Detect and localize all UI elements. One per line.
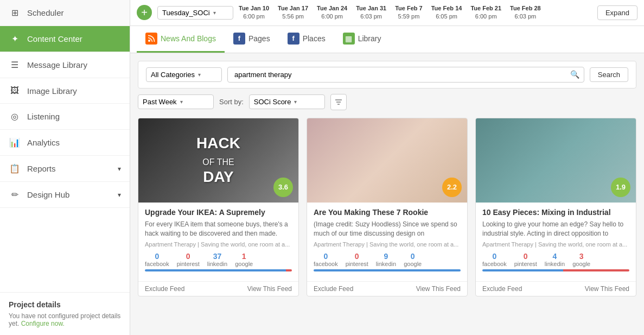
card-1-view-link[interactable]: View This Feed xyxy=(416,285,461,293)
date-slot-5: Tue Feb 14 6:05 pm xyxy=(431,4,462,21)
card-1-source: Apartment Therapy | Saving the world, on… xyxy=(314,241,461,248)
card-0-source: Apartment Therapy | Saving the world, on… xyxy=(145,241,292,248)
project-details: Project details You have not configured … xyxy=(0,292,130,335)
category-arrow-icon: ▾ xyxy=(198,72,201,78)
card-2-view-link[interactable]: View This Feed xyxy=(585,285,629,293)
cards-grid: HACKOF THEDAY 3.6 Upgrade Your IKEA: A S… xyxy=(138,118,636,297)
facebook-pages-icon: f xyxy=(233,33,245,45)
date-slot-7: Tue Feb 28 6:03 pm xyxy=(510,4,541,21)
card-0-progress xyxy=(145,269,292,271)
sidebar-item-content-center[interactable]: ✦ Content Center xyxy=(0,26,130,52)
sidebar-item-design-hub[interactable]: ✏ Design Hub ▾ xyxy=(0,182,130,208)
sidebar-item-listening[interactable]: ◎ Listening xyxy=(0,104,130,130)
card-0-image: HACKOF THEDAY 3.6 xyxy=(138,118,298,203)
tabs-bar: News And Blogs f Pages f Places ▦ Librar… xyxy=(130,26,644,53)
sidebar-item-analytics[interactable]: 📊 Analytics xyxy=(0,130,130,156)
library-icon: ▦ xyxy=(343,33,355,45)
sidebar-item-scheduler[interactable]: ⊞ Scheduler xyxy=(0,0,130,26)
card-1-stat-google: 0 google xyxy=(404,252,422,267)
card-1-stat-facebook: 0 facebook xyxy=(314,252,338,267)
date-slot-4: Tue Feb 7 5:59 pm xyxy=(395,4,423,21)
card-0-stat-google: 1 google xyxy=(235,252,253,267)
date-slot-6: Tue Feb 21 6:00 pm xyxy=(470,4,501,21)
time-range-dropdown[interactable]: Past Week ▾ xyxy=(138,94,214,109)
filter-icon-button[interactable] xyxy=(330,94,347,110)
card-2-desc: Looking to give your home an edge? Say h… xyxy=(482,220,629,238)
date-slot-1: Tue Jan 17 5:56 pm xyxy=(278,4,308,21)
card-2-image: 1.9 xyxy=(476,118,636,203)
sort-bar: Past Week ▾ Sort by: SOCi Score ▾ xyxy=(138,94,636,110)
card-2-stat-linkedin: 4 linkedin xyxy=(545,252,565,267)
search-icon: 🔍 xyxy=(570,70,579,79)
search-box: 🔍 xyxy=(227,67,584,83)
card-0: HACKOF THEDAY 3.6 Upgrade Your IKEA: A S… xyxy=(138,118,299,297)
card-0-desc: For every IKEA item that someone buys, t… xyxy=(145,220,292,238)
card-1-score: 2.2 xyxy=(442,178,462,197)
card-0-view-link[interactable]: View This Feed xyxy=(247,285,292,293)
tab-news-blogs[interactable]: News And Blogs xyxy=(137,26,225,53)
card-2-stat-facebook: 0 facebook xyxy=(482,252,507,267)
card-1-body: Are You Making These 7 Rookie (Image cre… xyxy=(307,203,467,282)
card-0-body: Upgrade Your IKEA: A Supremely For every… xyxy=(138,203,298,282)
sort-dropdown[interactable]: SOCi Score ▾ xyxy=(249,94,325,109)
scheduler-bar: + Tuesday_SOCi ▾ Tue Jan 10 6:00 pm Tue … xyxy=(130,0,644,26)
date-slots: Tue Jan 10 6:00 pm Tue Jan 17 5:56 pm Tu… xyxy=(239,4,592,21)
date-slot-0: Tue Jan 10 6:00 pm xyxy=(239,4,269,21)
tab-pages[interactable]: f Pages xyxy=(225,26,279,53)
card-2-exclude-link[interactable]: Exclude Feed xyxy=(482,285,522,293)
card-2-stat-pinterest: 0 pinterest xyxy=(514,252,537,267)
expand-button[interactable]: Expand xyxy=(597,5,637,20)
category-dropdown[interactable]: All Categories ▾ xyxy=(146,67,222,82)
rss-icon xyxy=(145,33,157,45)
card-2-footer: Exclude Feed View This Feed xyxy=(476,281,636,296)
configure-now-link[interactable]: Configure now. xyxy=(21,320,65,327)
card-0-stat-facebook: 0 facebook xyxy=(145,252,169,267)
search-input[interactable] xyxy=(232,69,570,80)
card-2-stat-google: 3 google xyxy=(572,252,590,267)
project-details-desc: You have not configured project details … xyxy=(9,312,121,327)
card-0-stats: 0 facebook 0 pinterest 37 linkedin 1 xyxy=(145,252,292,267)
card-1-title: Are You Making These 7 Rookie xyxy=(314,208,461,217)
card-0-stat-pinterest: 0 pinterest xyxy=(177,252,200,267)
sidebar-item-image-library[interactable]: 🖼 Image Library xyxy=(0,78,130,104)
card-2-stats: 0 facebook 0 pinterest 4 linkedin 3 xyxy=(482,252,629,267)
scheduler-icon: ⊞ xyxy=(9,8,21,18)
facebook-places-icon: f xyxy=(288,33,299,45)
search-button[interactable]: Search xyxy=(590,67,628,82)
card-2-source: Apartment Therapy | Saving the world, on… xyxy=(482,241,629,248)
card-1-exclude-link[interactable]: Exclude Feed xyxy=(314,285,353,293)
content-area: All Categories ▾ 🔍 Search Past Week ▾ So… xyxy=(130,53,644,335)
card-0-title: Upgrade Your IKEA: A Supremely xyxy=(145,208,292,217)
card-2-title: 10 Easy Pieces: Mixing in Industrial xyxy=(482,208,629,217)
card-0-footer: Exclude Feed View This Feed xyxy=(138,281,298,296)
sidebar-item-message-library[interactable]: ☰ Message Library xyxy=(0,52,130,78)
sidebar-item-reports[interactable]: 📋 Reports ▾ xyxy=(0,156,130,182)
add-post-button[interactable]: + xyxy=(137,5,152,20)
time-range-arrow-icon: ▾ xyxy=(180,99,183,105)
design-hub-icon: ✏ xyxy=(9,189,21,200)
card-2-score: 1.9 xyxy=(611,178,630,197)
sort-by-label: Sort by: xyxy=(219,98,244,106)
svg-point-0 xyxy=(148,40,150,42)
card-1-desc: (Image credit: Suzy Hoodless) Since we s… xyxy=(314,220,461,238)
card-0-score: 3.6 xyxy=(273,178,293,197)
main-content: + Tuesday_SOCi ▾ Tue Jan 10 6:00 pm Tue … xyxy=(130,0,644,335)
sort-arrow-icon: ▾ xyxy=(294,99,297,105)
tab-places[interactable]: f Places xyxy=(279,26,334,53)
sidebar: ⊞ Scheduler ✦ Content Center ☰ Message L… xyxy=(0,0,130,335)
card-1-image: 2.2 xyxy=(307,118,467,203)
card-0-exclude-link[interactable]: Exclude Feed xyxy=(145,285,184,293)
schedule-dropdown[interactable]: Tuesday_SOCi ▾ xyxy=(157,6,233,20)
card-1-stats: 0 facebook 0 pinterest 9 linkedin 0 xyxy=(314,252,461,267)
card-1-stat-pinterest: 0 pinterest xyxy=(346,252,368,267)
dropdown-arrow-icon: ▾ xyxy=(213,10,228,16)
card-2-progress xyxy=(482,269,629,271)
content-center-icon: ✦ xyxy=(9,34,21,44)
analytics-icon: 📊 xyxy=(9,137,21,148)
image-library-icon: 🖼 xyxy=(9,86,21,96)
card-2-body: 10 Easy Pieces: Mixing in Industrial Loo… xyxy=(476,203,636,282)
design-hub-chevron: ▾ xyxy=(118,191,121,199)
card-1-stat-linkedin: 9 linkedin xyxy=(376,252,396,267)
tab-library[interactable]: ▦ Library xyxy=(334,26,390,53)
reports-chevron: ▾ xyxy=(118,165,121,173)
